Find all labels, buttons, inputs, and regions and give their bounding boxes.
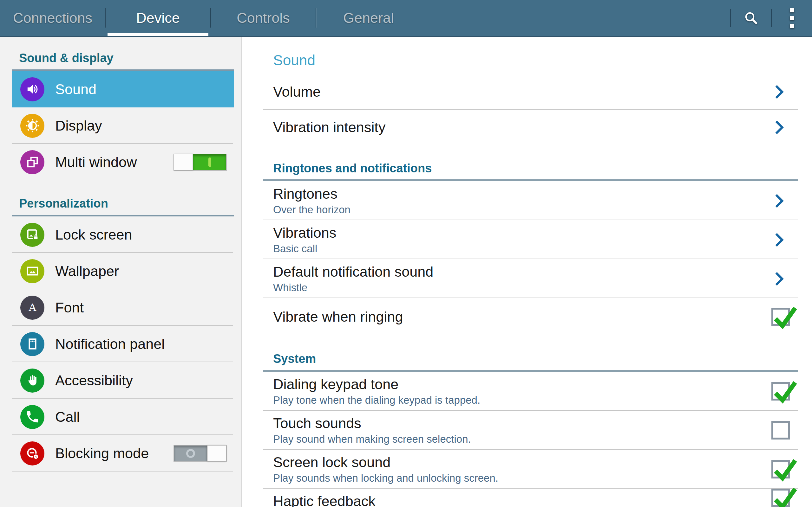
sidebar-item-notification-panel[interactable]: Notification panel xyxy=(0,326,241,362)
row-title: Vibrations xyxy=(273,225,752,241)
blocking-mode-icon xyxy=(20,441,44,465)
sidebar-item-label: Font xyxy=(55,299,84,316)
toggle-on-track xyxy=(193,154,226,170)
sidebar-item-label: Sound xyxy=(55,81,96,98)
touch-sounds-checkbox[interactable] xyxy=(771,421,790,440)
row-haptic-feedback[interactable]: Haptic feedback Vibrate when softkeys ar… xyxy=(273,489,812,507)
tab-controls[interactable]: Controls xyxy=(211,0,316,36)
search-button[interactable] xyxy=(731,0,771,36)
sidebar-item-label: Multi window xyxy=(55,154,137,170)
sound-settings-panel: Sound Volume Vibration intensity Rington… xyxy=(244,37,812,507)
page-title: Sound xyxy=(273,52,812,68)
sidebar-item-lock-screen[interactable]: Lock screen xyxy=(0,216,241,253)
row-vibration-intensity[interactable]: Vibration intensity xyxy=(273,110,812,145)
row-vibrations[interactable]: Vibrations Basic call xyxy=(273,220,812,259)
section-header-ringtones: Ringtones and notifications xyxy=(273,162,812,175)
row-title: Volume xyxy=(273,83,752,100)
lock-screen-icon xyxy=(20,223,44,247)
row-vibrate-when-ringing[interactable]: Vibrate when ringing xyxy=(273,298,812,336)
vibrate-when-ringing-checkbox[interactable] xyxy=(771,308,790,326)
topbar-actions xyxy=(730,0,812,36)
overflow-menu-icon xyxy=(790,6,794,30)
settings-screen: Connections Device Controls General xyxy=(0,0,812,507)
chevron-right-icon xyxy=(774,84,784,100)
sidebar-item-label: Lock screen xyxy=(55,227,132,243)
search-icon xyxy=(744,10,759,26)
toggle-thumb xyxy=(174,154,193,170)
chevron-right-icon xyxy=(774,193,784,209)
tab-label: Device xyxy=(136,10,180,26)
sidebar-item-label: Call xyxy=(55,409,80,425)
sidebar-item-label: Accessibility xyxy=(55,372,133,389)
row-volume[interactable]: Volume xyxy=(273,74,812,110)
sidebar-item-font[interactable]: A Font xyxy=(0,289,241,326)
notification-panel-icon xyxy=(20,332,44,356)
checkmark-icon xyxy=(771,378,799,406)
section-header-system: System xyxy=(273,352,812,365)
row-title: Vibration intensity xyxy=(273,119,752,135)
sidebar-item-label: Blocking mode xyxy=(55,445,149,462)
row-touch-sounds[interactable]: Touch sounds Play sound when making scre… xyxy=(273,411,812,450)
checkmark-icon xyxy=(771,456,799,484)
sidebar-item-wallpaper[interactable]: Wallpaper xyxy=(0,253,241,289)
font-icon: A xyxy=(20,296,44,320)
settings-sidebar: Sound & display Sound xyxy=(0,37,242,507)
row-title: Dialing keypad tone xyxy=(273,376,752,393)
row-title: Touch sounds xyxy=(273,415,752,432)
row-subtitle: Whistle xyxy=(273,281,752,294)
speaker-icon xyxy=(20,77,44,101)
row-title: Ringtones xyxy=(273,186,752,202)
screen-lock-sound-checkbox[interactable] xyxy=(771,460,790,478)
hand-icon xyxy=(20,369,44,393)
sidebar-item-call[interactable]: Call xyxy=(0,399,241,435)
sidebar-item-display[interactable]: Display xyxy=(0,107,241,144)
row-ringtones[interactable]: Ringtones Over the horizon xyxy=(273,181,812,220)
chevron-right-icon xyxy=(774,232,784,247)
sidebar-section-title: Sound & display xyxy=(19,51,233,65)
multi-window-icon xyxy=(20,150,44,174)
dialing-keypad-tone-checkbox[interactable] xyxy=(771,382,790,400)
row-title: Default notification sound xyxy=(273,264,752,280)
tab-label: General xyxy=(343,10,394,26)
row-screen-lock-sound[interactable]: Screen lock sound Play sounds when locki… xyxy=(273,450,812,489)
tab-label: Connections xyxy=(13,10,92,26)
chevron-right-icon xyxy=(774,120,784,135)
row-subtitle: Over the horizon xyxy=(273,204,752,216)
sidebar-item-sound[interactable]: Sound xyxy=(12,71,234,107)
toggle-thumb xyxy=(207,446,226,461)
row-subtitle: Play tone when the dialing keypad is tap… xyxy=(273,394,752,406)
top-tab-bar: Connections Device Controls General xyxy=(0,0,812,37)
row-dialing-keypad-tone[interactable]: Dialing keypad tone Play tone when the d… xyxy=(273,372,812,411)
active-tab-underline xyxy=(107,33,208,36)
row-title: Screen lock sound xyxy=(273,454,752,470)
wallpaper-icon xyxy=(20,259,44,283)
sidebar-item-multi-window[interactable]: Multi window xyxy=(0,144,241,180)
sidebar-item-label: Display xyxy=(55,118,102,134)
svg-text:A: A xyxy=(28,301,36,314)
row-default-notification-sound[interactable]: Default notification sound Whistle xyxy=(273,259,812,298)
row-title: Vibrate when ringing xyxy=(273,308,752,325)
sidebar-item-blocking-mode[interactable]: Blocking mode xyxy=(0,435,241,471)
sidebar-item-label: Wallpaper xyxy=(55,263,119,279)
row-title: Haptic feedback xyxy=(273,493,752,507)
brightness-icon xyxy=(20,114,44,138)
sidebar-section-title: Personalization xyxy=(19,197,233,210)
toggle-off-track xyxy=(174,446,207,461)
sidebar-item-label: Notification panel xyxy=(55,336,165,352)
tab-general[interactable]: General xyxy=(316,0,421,36)
chevron-right-icon xyxy=(774,271,784,286)
row-subtitle: Play sound when making screen selection. xyxy=(273,433,752,446)
sidebar-item-accessibility[interactable]: Accessibility xyxy=(0,362,241,399)
multi-window-toggle[interactable] xyxy=(173,154,227,171)
phone-icon xyxy=(20,405,44,429)
tab-connections[interactable]: Connections xyxy=(0,0,105,36)
tab-device[interactable]: Device xyxy=(105,0,211,36)
row-subtitle: Play sounds when locking and unlocking s… xyxy=(273,472,752,485)
haptic-feedback-checkbox[interactable] xyxy=(771,489,790,507)
checkmark-icon xyxy=(771,485,799,507)
row-subtitle: Basic call xyxy=(273,242,752,255)
tab-label: Controls xyxy=(237,10,290,26)
blocking-mode-toggle[interactable] xyxy=(173,445,227,462)
checkmark-icon xyxy=(771,304,799,331)
overflow-menu-button[interactable] xyxy=(772,0,812,36)
